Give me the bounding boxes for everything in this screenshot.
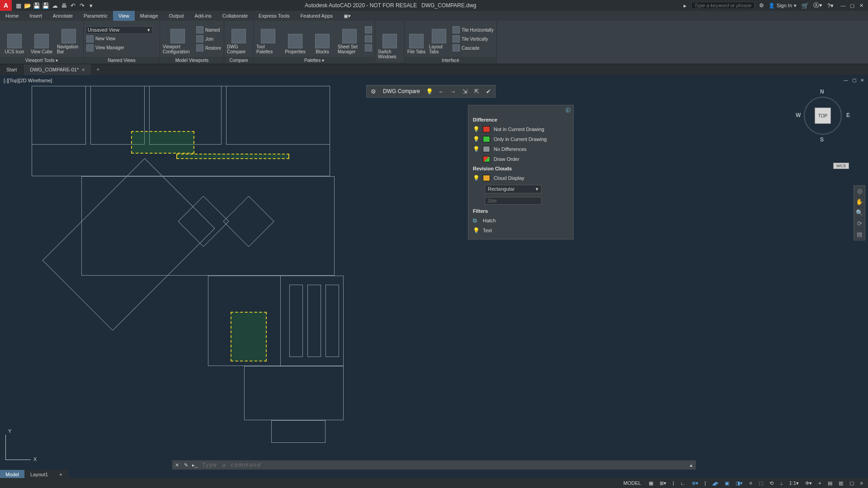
- redo-icon[interactable]: ↷: [78, 1, 86, 9]
- status-model[interactable]: MODEL: [621, 480, 645, 486]
- plot-icon[interactable]: 🖶: [60, 1, 68, 9]
- bulb-icon[interactable]: 💡: [473, 126, 479, 132]
- cmdline-history-icon[interactable]: ▴: [687, 460, 696, 469]
- undo-icon[interactable]: ↶: [69, 1, 77, 9]
- new-view-button[interactable]: New View: [85, 35, 158, 43]
- draworder-swatch[interactable]: [483, 156, 490, 162]
- tab-output[interactable]: Output: [164, 11, 189, 21]
- layout-tab-model[interactable]: Model: [0, 470, 25, 479]
- sheetset-button[interactable]: Sheet Set Manager: [337, 23, 362, 55]
- filter-icon2[interactable]: 💡: [473, 227, 479, 234]
- new-icon[interactable]: ▦: [14, 1, 23, 9]
- revision-cloud-2[interactable]: [176, 154, 289, 159]
- bulb-icon[interactable]: 💡: [473, 136, 479, 142]
- tab-parametric[interactable]: Parametric: [78, 11, 113, 21]
- ortho-icon[interactable]: ∟: [678, 480, 688, 486]
- compare-toolbar[interactable]: ⚙ DWG Compare 💡 ← → ⇲ ⇱ ✔: [366, 85, 495, 98]
- revision-cloud-1[interactable]: [131, 131, 194, 154]
- app-exchange-icon[interactable]: Ⓐ▾: [814, 1, 822, 9]
- cascade-button[interactable]: Cascade: [452, 44, 495, 52]
- named-viewports-button[interactable]: Named: [195, 26, 222, 34]
- bulb-icon2[interactable]: 💡: [473, 175, 479, 181]
- tab-collaborate[interactable]: Collaborate: [217, 11, 253, 21]
- tab-insert[interactable]: Insert: [24, 11, 47, 21]
- otrack-icon[interactable]: ◨▾: [733, 480, 745, 486]
- open-icon[interactable]: 📂: [24, 1, 32, 9]
- close-icon[interactable]: ✕: [81, 67, 85, 72]
- infocenter-icon[interactable]: ⚙: [759, 2, 764, 9]
- annoscale-icon[interactable]: ⟂: [778, 480, 785, 486]
- file-tabs-button[interactable]: File Tabs: [406, 23, 426, 55]
- properties-button[interactable]: Properties: [283, 23, 308, 55]
- view-combo[interactable]: Unsaved View▾: [85, 26, 152, 34]
- restore-button[interactable]: Restore: [195, 44, 222, 52]
- command-input[interactable]: [199, 462, 687, 468]
- red-swatch[interactable]: [483, 126, 490, 132]
- row-only-in-current[interactable]: 💡 Only in Current Drawing: [468, 134, 573, 144]
- viewport-label[interactable]: [-][Top][2D Wireframe]: [4, 78, 52, 83]
- compass-e[interactable]: E: [846, 112, 850, 118]
- layout-tab-layout1[interactable]: Layout1: [25, 470, 54, 479]
- scale-value[interactable]: 1:1▾: [787, 480, 801, 486]
- palette-small-2[interactable]: [364, 35, 373, 43]
- viewport-close[interactable]: ✕: [859, 77, 865, 83]
- nav-zoom-icon[interactable]: 🔍: [854, 207, 865, 218]
- row-cloud-display[interactable]: 💡 Cloud Display: [468, 173, 573, 183]
- grid-icon[interactable]: ▦: [646, 480, 656, 486]
- iso-icon[interactable]: ◢▾: [710, 480, 721, 486]
- tab-more-icon[interactable]: ▣▾: [338, 11, 356, 21]
- app-logo[interactable]: A: [0, 0, 12, 11]
- drawing-area[interactable]: [-][Top][2D Wireframe] — ▢ ✕: [0, 75, 868, 470]
- orange-swatch[interactable]: [483, 175, 490, 181]
- qat-dropdown-icon[interactable]: ▾: [87, 1, 95, 9]
- lineweight-icon[interactable]: ≡: [747, 480, 754, 486]
- web-mobile-icon[interactable]: ☁: [51, 1, 59, 9]
- minimize-button[interactable]: —: [839, 2, 847, 9]
- polar-icon[interactable]: ⊕▾: [689, 480, 701, 486]
- compare-next-icon[interactable]: →: [449, 87, 457, 95]
- tab-addins[interactable]: Add-ins: [189, 11, 217, 21]
- tile-vertically-button[interactable]: Tile Vertically: [452, 35, 495, 43]
- tab-manage[interactable]: Manage: [135, 11, 164, 21]
- compass-n[interactable]: N: [820, 89, 824, 95]
- isolate-icon[interactable]: ▥: [836, 480, 845, 486]
- viewport-config-button[interactable]: Viewport Configuration: [162, 23, 193, 55]
- ucs-icon-button[interactable]: UCS Icon: [2, 23, 27, 55]
- nav-pan-icon[interactable]: ✋: [854, 197, 865, 207]
- viewport-maximize[interactable]: ▢: [851, 77, 857, 83]
- cmdline-close-icon[interactable]: ✕: [172, 460, 181, 469]
- compass-s[interactable]: S: [820, 136, 824, 143]
- row-not-in-current[interactable]: 💡 Not in Current Drawing: [468, 124, 573, 134]
- bulb-icon[interactable]: 💡: [473, 146, 479, 152]
- tab-home[interactable]: Home: [0, 11, 24, 21]
- saveas-icon[interactable]: 💾: [42, 1, 50, 9]
- navbar-button[interactable]: Navigation Bar: [56, 23, 81, 55]
- file-tab-start[interactable]: Start: [0, 64, 24, 75]
- compass-w[interactable]: W: [796, 112, 801, 118]
- transparency-icon[interactable]: ⬚: [756, 480, 765, 486]
- tab-express-tools[interactable]: Express Tools: [253, 11, 295, 21]
- panel-palettes[interactable]: Palettes ▾: [254, 57, 375, 64]
- cart-icon[interactable]: 🛒: [801, 1, 809, 9]
- blocks-button[interactable]: Blocks: [310, 23, 335, 55]
- compare-toggle-icon[interactable]: 💡: [425, 87, 434, 95]
- signin-button[interactable]: 👤 Sign In ▾: [769, 3, 797, 9]
- tab-view[interactable]: View: [113, 11, 135, 21]
- osnap-icon[interactable]: ▣: [722, 480, 731, 486]
- cloud-size-input[interactable]: [485, 197, 542, 205]
- ucs-icon[interactable]: Y X: [5, 435, 6, 460]
- clean-icon[interactable]: ▢: [847, 480, 856, 486]
- filter-icon[interactable]: ⧉: [473, 217, 479, 224]
- search-input[interactable]: [691, 2, 755, 9]
- view-manager-button[interactable]: View Manager: [85, 44, 158, 52]
- file-tab-compare[interactable]: DWG_COMPARE-01*✕: [24, 64, 92, 75]
- green-swatch[interactable]: [483, 136, 490, 142]
- palette-small-3[interactable]: [364, 44, 373, 52]
- search-icon[interactable]: ▸: [684, 2, 687, 9]
- row-draw-order[interactable]: 💡 Draw Order: [468, 154, 573, 164]
- compare-import-icon[interactable]: ⇲: [461, 87, 469, 95]
- dwg-compare-button[interactable]: DWG Compare: [226, 23, 251, 55]
- cmdline-customize-icon[interactable]: ✎: [181, 460, 190, 469]
- compare-done-icon[interactable]: ✔: [484, 87, 492, 95]
- file-tab-add[interactable]: +: [92, 64, 104, 75]
